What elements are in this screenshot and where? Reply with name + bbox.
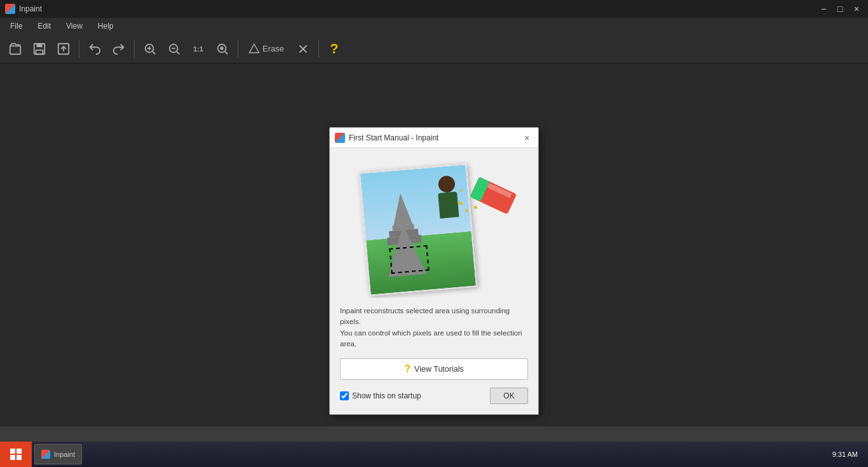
tutorials-question-icon: ? xyxy=(404,363,410,375)
zoom-fit-button[interactable] xyxy=(211,37,234,60)
dialog-body: ✦ ✦ ✦ ✦ xyxy=(330,148,538,414)
app-title: Inpaint xyxy=(19,4,813,13)
show-on-startup-label[interactable]: Show this on startup xyxy=(340,391,421,400)
minimize-button[interactable]: − xyxy=(817,3,830,15)
menu-edit[interactable]: Edit xyxy=(30,20,58,32)
dialog-app-icon xyxy=(335,133,345,143)
svg-text:✦: ✦ xyxy=(471,202,480,213)
svg-marker-19 xyxy=(391,193,412,226)
menu-file[interactable]: File xyxy=(3,20,30,32)
svg-rect-33 xyxy=(10,455,15,460)
cancel-button[interactable] xyxy=(292,37,315,60)
svg-marker-16 xyxy=(250,44,259,53)
save-button[interactable] xyxy=(28,37,51,60)
svg-line-7 xyxy=(153,51,155,54)
erase-label: Erase xyxy=(262,44,284,53)
open-button[interactable] xyxy=(4,37,27,60)
app-icon xyxy=(5,4,15,14)
zoom-in-button[interactable] xyxy=(139,37,161,60)
toolbar-separator-3 xyxy=(238,40,238,58)
undo-button[interactable] xyxy=(83,37,106,60)
menu-help[interactable]: Help xyxy=(90,20,121,32)
svg-line-14 xyxy=(225,51,227,54)
dialog-titlebar: First Start Manual - Inpaint × xyxy=(330,128,538,148)
maximize-button[interactable]: □ xyxy=(834,3,846,15)
taskbar-app-title: Inpaint xyxy=(54,450,75,458)
taskbar-app-icon xyxy=(41,450,50,459)
dialog-description: Inpaint reconstructs selected area using… xyxy=(340,306,528,349)
redo-button[interactable] xyxy=(107,37,130,60)
ok-button[interactable]: OK xyxy=(490,388,528,404)
close-button[interactable]: × xyxy=(850,3,863,15)
illustration: ✦ ✦ ✦ ✦ xyxy=(340,158,528,298)
toolbar-separator-4 xyxy=(318,40,319,58)
main-area: First Start Manual - Inpaint × xyxy=(0,64,868,426)
erase-button[interactable]: Erase xyxy=(242,37,290,60)
menu-bar: File Edit View Help xyxy=(0,18,868,34)
modal-overlay: First Start Manual - Inpaint × xyxy=(0,64,868,426)
taskbar-tasks: Inpaint xyxy=(32,444,868,464)
taskbar-app-button[interactable]: Inpaint xyxy=(34,444,82,464)
dialog-close-button[interactable]: × xyxy=(520,132,533,144)
clock-area: 9:31 AM xyxy=(827,442,863,467)
menu-view[interactable]: View xyxy=(58,20,90,32)
zoom-out-button[interactable] xyxy=(163,37,186,60)
selection-box xyxy=(389,245,429,274)
toolbar-separator-2 xyxy=(134,40,135,58)
svg-rect-0 xyxy=(10,46,21,54)
export-button[interactable] xyxy=(52,37,75,60)
toolbar-separator-1 xyxy=(79,40,79,58)
dialog-footer: Show this on startup OK xyxy=(340,388,528,404)
svg-rect-3 xyxy=(36,50,43,53)
tutorials-label: View Tutorials xyxy=(414,365,464,374)
start-button[interactable] xyxy=(0,442,32,467)
svg-line-11 xyxy=(177,51,179,54)
dialog-title: First Start Manual - Inpaint xyxy=(349,133,517,142)
system-time: 9:31 AM xyxy=(832,450,858,458)
svg-rect-32 xyxy=(17,449,22,454)
show-on-startup-checkbox[interactable] xyxy=(340,391,349,400)
photo-card xyxy=(359,163,477,296)
svg-rect-34 xyxy=(17,455,22,460)
help-button[interactable]: ? xyxy=(323,37,346,60)
svg-rect-2 xyxy=(36,43,42,47)
svg-point-15 xyxy=(220,47,223,50)
title-bar: Inpaint − □ × xyxy=(0,0,868,18)
svg-rect-31 xyxy=(10,449,15,454)
zoom-actual-button[interactable]: 1:1 xyxy=(187,37,210,60)
view-tutorials-button[interactable]: ? View Tutorials xyxy=(340,358,528,380)
toolbar: 1:1 Erase ? xyxy=(0,34,868,64)
taskbar: Inpaint 9:31 AM xyxy=(0,442,868,467)
dialog: First Start Manual - Inpaint × xyxy=(329,127,539,415)
